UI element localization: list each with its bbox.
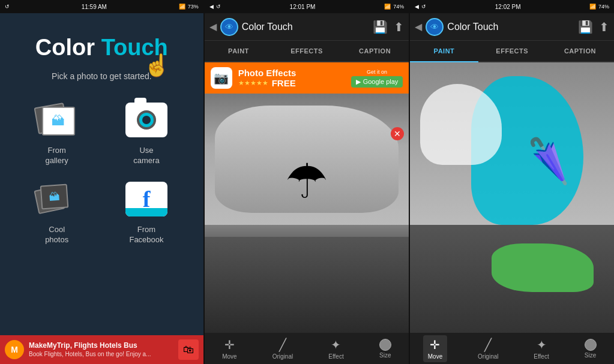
original-icon-right: ╱ [484,338,492,352]
toolbar-middle: ✛ Move ╱ Original ✦ Effect Size [205,333,409,364]
effect-icon-middle: ✦ [331,338,341,352]
tab-bar-middle: PAINT EFFECTS CAPTION [205,41,409,62]
right-panel: ◀ ↺ 12:02 PM 📶 74% ◀ 👁 Color Touch 💾 ⬆ P… [410,0,614,364]
original-label-right: Original [478,353,498,360]
cool-photos-icon-box [33,178,81,220]
tab-paint-middle[interactable]: PAINT [205,41,273,61]
ad-banner-middle[interactable]: 📷 Photo Effects ★★★★★ FREE Get it on ▶ G… [205,62,409,94]
cool-photos-label: Coolphotos [45,225,68,245]
app-header-middle: ◀ 👁 Color Touch 💾 ⬆ [205,13,409,41]
toolbar-right: ✛ Move ╱ Original ✦ Effect Size [410,333,614,364]
refresh-right: ↺ [421,4,426,10]
size-btn-right[interactable]: Size [580,336,601,361]
status-icons-middle-left: ◀ ↺ [209,4,221,10]
app-title-right: Color Touch [447,22,572,32]
ad-banner-stars: ★★★★★ [238,79,268,87]
camera-item[interactable]: Usecamera [107,99,185,166]
back-btn-right[interactable]: ◀ [415,21,422,32]
battery-left: 📶 73% [179,4,199,10]
tab-caption-right[interactable]: CAPTION [546,41,614,61]
wifi-middle: 📶 [384,4,391,10]
original-btn-middle[interactable]: ╱ Original [268,335,298,362]
time-right: 12:02 PM [495,4,521,10]
camera-icon-box [122,99,170,141]
size-circle-right [585,339,597,351]
ad-subtitle: Book Flights, Hotels, Bus on the go! Enj… [29,350,173,358]
app-title: Color Touch [0,35,203,61]
status-bar-middle: ◀ ↺ 12:01 PM 📶 74% [205,0,409,13]
move-btn-right[interactable]: ✛ Move [423,335,447,362]
action-grid: Fromgallery Usecamera Coolphotos [0,99,203,245]
app-header-right: ◀ 👁 Color Touch 💾 ⬆ [410,13,614,41]
back-arrow-right: ◀ [415,4,419,10]
google-play-label: Google play [363,78,399,85]
effect-btn-right[interactable]: ✦ Effect [529,335,553,362]
photo-color-area[interactable]: 🌂 [410,62,614,333]
ad-banner-cta[interactable]: Get it on ▶ Google play [351,69,403,88]
photo-bw: ☂ [205,94,409,333]
gallery-icon [36,102,78,138]
size-label-right: Size [585,352,596,359]
ad-banner-title: Photo Effects [238,68,345,78]
photo-color: 🌂 [410,62,614,333]
facebook-icon-wrapper: f [125,182,167,216]
umbrella-red-icon: 🌂 [521,134,577,188]
title-area: Color Touch ☝ [0,23,203,61]
move-icon-right: ✛ [430,338,440,352]
save-btn-right[interactable]: 💾 [578,20,593,34]
move-label-middle: Move [222,353,236,360]
status-icons-right-left: ◀ ↺ [415,4,426,10]
effect-btn-middle[interactable]: ✦ Effect [324,335,348,362]
hand-cursor-icon: ☝ [143,53,170,78]
wifi-right: 📶 [589,4,596,10]
ad-banner-icon: 📷 [211,67,232,89]
time-middle: 12:01 PM [290,4,316,10]
middle-panel: ◀ ↺ 12:01 PM 📶 74% ◀ 👁 Color Touch 💾 ⬆ P… [205,0,409,364]
back-arrow-middle: ◀ [209,4,214,10]
share-btn-right[interactable]: ⬆ [599,20,609,34]
effect-label-right: Effect [534,353,549,360]
battery-right: 📶 74% [589,4,609,10]
back-btn-middle[interactable]: ◀ [209,21,217,32]
ad-logo: M [5,340,24,359]
facebook-item[interactable]: f FromFacebook [107,178,185,245]
ground-bw [205,237,409,333]
left-panel: ↺ 11:59 AM 📶 73% Color Touch ☝ Pick a ph… [0,0,203,364]
tab-effects-middle[interactable]: EFFECTS [272,41,341,61]
tab-caption-middle[interactable]: CAPTION [341,41,409,61]
ad-bag-icon[interactable]: 🛍 [178,339,199,360]
google-play-icon: ▶ [356,78,361,86]
app-title-middle: Color Touch [242,22,367,32]
title-color: Color [35,35,95,60]
move-btn-middle[interactable]: ✛ Move [217,335,241,362]
status-bar-right: ◀ ↺ 12:02 PM 📶 74% [410,0,614,13]
refresh-middle: ↺ [216,4,221,10]
get-it-on-text: Get it on [367,69,387,75]
pick-photo-text: Pick a photo to get started. [52,71,152,81]
share-btn-middle[interactable]: ⬆ [394,20,404,34]
gallery-icon-box [33,99,81,141]
photo-bw-area[interactable]: ☂ [205,94,409,333]
cool-photos-item[interactable]: Coolphotos [18,178,95,245]
size-btn-middle[interactable]: Size [375,336,396,361]
tab-paint-right[interactable]: PAINT [410,41,478,62]
battery-middle: 📶 74% [384,4,404,10]
bottom-ad[interactable]: M MakeMyTrip, Flights Hotels Bus Book Fl… [0,335,203,364]
original-btn-right[interactable]: ╱ Original [473,335,503,362]
gallery-item[interactable]: Fromgallery [18,99,95,166]
fb-bottom-bar [125,208,167,216]
facebook-label: FromFacebook [129,225,163,245]
move-icon-middle: ✛ [224,338,235,352]
google-play-btn[interactable]: ▶ Google play [351,76,403,88]
camera-icon [125,103,167,137]
tab-effects-right[interactable]: EFFECTS [478,41,546,61]
app-icon-middle: 👁 [220,18,238,36]
ad-banner-stars-row: ★★★★★ FREE [238,78,345,88]
save-btn-middle[interactable]: 💾 [373,20,388,34]
move-label-right: Move [428,353,442,360]
fb-letter: f [143,188,151,210]
green-patch [492,243,594,292]
ad-text: MakeMyTrip, Flights Hotels Bus Book Flig… [29,341,173,359]
ad-banner-text: Photo Effects ★★★★★ FREE [238,68,345,88]
gallery-label: Fromgallery [46,146,68,166]
